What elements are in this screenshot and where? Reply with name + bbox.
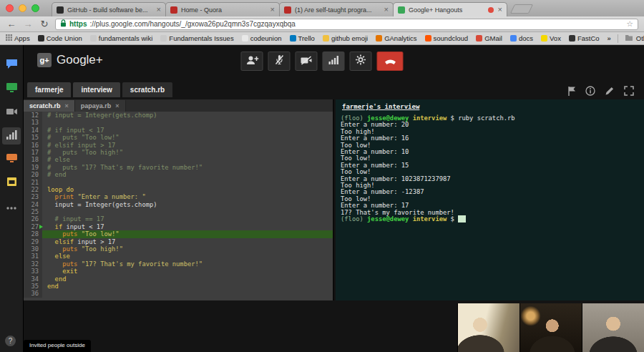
bookmark-item[interactable]: Code Union bbox=[38, 34, 82, 42]
mic-muted-button[interactable] bbox=[268, 52, 291, 71]
bookmark-item[interactable]: GMail bbox=[476, 34, 502, 42]
code-line: 12# input = Integer(gets.chomp) bbox=[24, 112, 333, 119]
address-bar[interactable]: https://plus.google.com/hangouts/_/gxowa… bbox=[55, 19, 638, 30]
window-close-button[interactable] bbox=[6, 4, 14, 12]
folder-icon bbox=[625, 34, 633, 43]
code-line: 16# elsif input > 17 bbox=[24, 142, 333, 149]
editor-tab[interactable]: papaya.rb× bbox=[75, 100, 126, 112]
code-line: 31 else bbox=[24, 253, 333, 260]
code-text: puts "17? That's my favorite number!" bbox=[42, 260, 333, 268]
line-number: 26 bbox=[24, 215, 42, 223]
reload-button[interactable]: ↻ bbox=[39, 19, 50, 29]
settings-button[interactable] bbox=[350, 52, 372, 71]
tab-close-icon[interactable]: × bbox=[384, 6, 389, 14]
bandwidth-button[interactable] bbox=[323, 52, 345, 71]
bookmark-item[interactable]: Fundamentals Issues bbox=[160, 34, 233, 42]
code-token: "17? That's my favorite number!" bbox=[82, 260, 203, 268]
sidebar-capture-button[interactable] bbox=[2, 104, 21, 121]
bookmark-item[interactable]: FastCo bbox=[569, 34, 600, 42]
help-button[interactable]: ? bbox=[5, 336, 16, 346]
line-number: 33 bbox=[24, 268, 42, 275]
bookmark-item[interactable]: Apps bbox=[6, 34, 30, 42]
other-bookmarks-button[interactable]: Other Bookmarks bbox=[618, 34, 644, 43]
collaborator-marker-icon bbox=[39, 225, 43, 229]
apps-grid-icon bbox=[6, 34, 12, 42]
back-button[interactable]: ← bbox=[6, 19, 17, 29]
sidebar-apps-button[interactable] bbox=[2, 127, 21, 145]
info-icon[interactable] bbox=[585, 86, 595, 99]
code-text: # input = Integer(gets.chomp) bbox=[42, 112, 333, 119]
hangout-tab-interview[interactable]: interview bbox=[73, 82, 119, 97]
bookmark-item[interactable]: soundcloud bbox=[425, 34, 469, 42]
line-number: 27 bbox=[24, 223, 42, 230]
bookmark-favicon-icon bbox=[323, 35, 329, 41]
code-token: input > 17 bbox=[74, 238, 115, 245]
bookmark-item[interactable]: codeunion bbox=[242, 34, 282, 42]
window-zoom-button[interactable] bbox=[31, 4, 39, 12]
terminal-line: Enter a number: 20 bbox=[341, 122, 641, 128]
add-person-button[interactable] bbox=[241, 52, 263, 71]
hangout-tab-scratch-rb[interactable]: scratch.rb bbox=[122, 82, 172, 97]
code-text: loop do bbox=[42, 186, 333, 193]
sidebar-slides-button[interactable] bbox=[2, 175, 21, 192]
bookmark-item[interactable]: fundamentals wiki bbox=[90, 34, 153, 42]
code-line: 34 end bbox=[24, 275, 333, 283]
browser-tab[interactable]: GitHub - Build software be...× bbox=[52, 2, 166, 16]
call-controls bbox=[241, 52, 404, 71]
code-token: # input = Integer(gets.chomp) bbox=[47, 112, 157, 119]
code-token: end bbox=[47, 283, 59, 290]
hangup-button[interactable] bbox=[377, 52, 404, 71]
camera-muted-button[interactable] bbox=[296, 52, 318, 71]
edit-icon[interactable] bbox=[605, 86, 615, 99]
terminal-text: interview bbox=[413, 215, 451, 223]
bookmark-item[interactable]: github emoji bbox=[323, 34, 368, 42]
code-line: 29 elsif input > 17 bbox=[24, 238, 333, 245]
code-token: # elsif input > 17 bbox=[47, 142, 115, 149]
tab-close-icon[interactable]: × bbox=[270, 6, 275, 14]
hangup-icon bbox=[384, 55, 396, 68]
fullscreen-icon[interactable] bbox=[624, 86, 634, 99]
tab-close-icon[interactable]: × bbox=[157, 6, 161, 14]
code-area[interactable]: 12# input = Integer(gets.chomp)1314# if … bbox=[24, 112, 333, 300]
participant-3-video[interactable] bbox=[582, 303, 644, 352]
line-number: 18 bbox=[24, 156, 42, 163]
code-text: puts "Too low!" bbox=[42, 230, 333, 238]
sidebar-screenshare-button[interactable] bbox=[2, 80, 21, 97]
line-number: 29 bbox=[24, 238, 42, 245]
browser-tab[interactable]: Google+ Hangouts× bbox=[393, 2, 507, 16]
editor-file-tabs: scratch.rb×papaya.rb× bbox=[24, 99, 333, 112]
participant-2-video[interactable] bbox=[519, 303, 582, 352]
window-minimize-button[interactable] bbox=[19, 4, 26, 12]
terminal-panel: farmerje's interview (floo) jesse@dewey … bbox=[336, 99, 644, 300]
terminal-output[interactable]: (floo) jesse@dewey interview $ ruby scra… bbox=[341, 115, 641, 223]
code-text bbox=[42, 208, 333, 215]
terminal-line: Enter a number: 10 bbox=[341, 149, 641, 155]
flag-icon[interactable] bbox=[567, 86, 576, 99]
browser-tab[interactable]: Home - Quora× bbox=[165, 2, 280, 16]
code-token bbox=[47, 193, 55, 200]
bookmark-item[interactable]: Vox bbox=[541, 34, 561, 42]
bookmark-item[interactable]: Trello bbox=[290, 34, 315, 42]
new-tab-button[interactable] bbox=[510, 4, 533, 14]
hangout-tab-farmerje[interactable]: farmerje bbox=[27, 82, 71, 97]
sidebar-remote-button[interactable] bbox=[2, 151, 21, 168]
tab-close-icon[interactable]: × bbox=[498, 6, 502, 14]
editor-tab-close-icon[interactable]: × bbox=[65, 102, 69, 109]
sidebar-chat-button[interactable] bbox=[2, 57, 21, 74]
code-text: puts "Too high!" bbox=[42, 245, 333, 253]
editor-tab-label: papaya.rb bbox=[81, 102, 112, 109]
tab-title: Google+ Hangouts bbox=[409, 6, 486, 14]
code-line: 36 bbox=[24, 290, 333, 297]
bookmark-item[interactable]: GAnalytics bbox=[376, 34, 416, 42]
browser-tab[interactable]: (1) Are self-taught progra...× bbox=[279, 2, 394, 16]
bookmark-star-icon[interactable]: ☆ bbox=[626, 19, 633, 29]
editor-tab[interactable]: scratch.rb× bbox=[24, 100, 75, 112]
sidebar-more-button[interactable] bbox=[2, 198, 21, 215]
forward-button[interactable]: → bbox=[22, 19, 34, 29]
bookmark-item[interactable]: docs bbox=[510, 34, 533, 42]
editor-tab-close-icon[interactable]: × bbox=[115, 102, 119, 109]
terminal-text: (floo) bbox=[341, 215, 367, 223]
bookmarks-overflow-button[interactable]: » bbox=[608, 34, 611, 42]
bookmark-favicon-icon bbox=[160, 35, 167, 41]
participant-1-video[interactable] bbox=[457, 303, 519, 352]
